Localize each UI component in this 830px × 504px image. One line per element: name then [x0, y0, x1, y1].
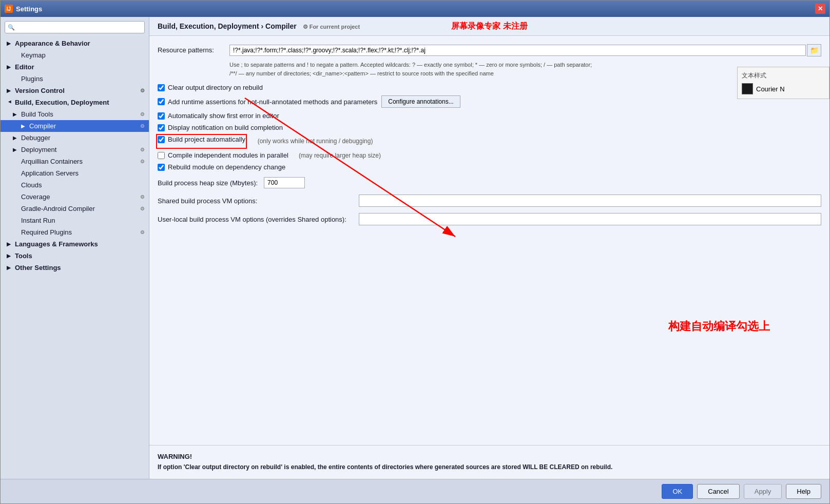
arrow-icon: ▶ — [21, 123, 27, 129]
rebuild-module-checkbox[interactable] — [158, 164, 165, 171]
sidebar-item-arquillian[interactable]: Arquillian Containers ⚙ — [1, 156, 149, 167]
text-style-row: Courier N — [742, 83, 825, 94]
sidebar-item-build-tools[interactable]: ▶ Build Tools ⚙ — [1, 108, 149, 120]
cancel-button[interactable]: Cancel — [697, 484, 739, 499]
settings-icon: ⚙ — [140, 229, 145, 235]
settings-icon: ⚙ — [140, 123, 145, 129]
heap-size-label: Build process heap size (Mbytes): — [158, 179, 258, 187]
search-input[interactable] — [5, 21, 145, 33]
configure-annotations-button[interactable]: Configure annotations... — [381, 95, 460, 108]
settings-icon: ⚙ — [140, 159, 145, 164]
content-body: Resource patterns: 📁 Use ; to separate p… — [149, 36, 829, 479]
sidebar-item-label: Coverage — [21, 193, 50, 201]
checkbox-build-auto: Build project automatically — [158, 135, 245, 143]
compile-parallel-note: (may require larger heap size) — [299, 152, 381, 159]
rebuild-module-label: Rebuild module on dependency change — [168, 163, 285, 171]
display-notification-checkbox[interactable] — [158, 124, 165, 131]
build-auto-wrapper: Build project automatically — [158, 135, 245, 147]
warning-box: WARNING! If option 'Clear output directo… — [149, 445, 829, 479]
hint-line1: Use ; to separate patterns and ! to nega… — [229, 61, 821, 69]
sidebar-item-label: Build, Execution, Deployment — [15, 99, 109, 106]
sidebar-item-gradle-android[interactable]: Gradle-Android Compiler ⚙ — [1, 203, 149, 215]
sidebar-item-deployment[interactable]: ▶ Deployment ⚙ — [1, 144, 149, 156]
sidebar-item-clouds[interactable]: Clouds — [1, 179, 149, 191]
ok-button[interactable]: OK — [662, 484, 693, 499]
sidebar-item-appearance[interactable]: ▶ Appearance & Behavior — [1, 37, 149, 49]
sidebar-item-label: Appearance & Behavior — [15, 40, 90, 47]
sidebar-item-compiler[interactable]: ▶ Compiler ⚙ — [1, 120, 149, 132]
display-notification-label: Display notification on build completion — [168, 124, 283, 131]
show-first-error-checkbox[interactable] — [158, 112, 165, 120]
text-style-title: 文本样式 — [742, 71, 825, 80]
for-project-label: ⚙ For current project — [303, 24, 360, 30]
text-style-panel: 文本样式 Courier N — [737, 67, 829, 99]
warning-text-content: If option 'Clear output directory on reb… — [158, 463, 612, 471]
checkbox-show-first-error: Automatically show first error in editor — [158, 112, 821, 120]
sidebar-item-editor[interactable]: ▶ Editor — [1, 61, 149, 73]
resource-patterns-input[interactable] — [229, 45, 806, 56]
arrow-icon: ▶ — [7, 265, 13, 270]
sidebar-item-app-servers[interactable]: Application Servers — [1, 167, 149, 179]
sidebar-item-required-plugins[interactable]: Required Plugins ⚙ — [1, 226, 149, 238]
font-name: Courier N — [756, 85, 785, 93]
breadcrumb-current: Compiler — [265, 22, 297, 30]
sidebar-item-label: Debugger — [21, 134, 50, 142]
shared-vm-label: Shared build process VM options: — [158, 197, 353, 205]
footer: OK Cancel Apply Help — [1, 479, 829, 503]
arrow-icon: ▶ — [7, 64, 13, 70]
settings-icon: ⚙ — [140, 88, 145, 93]
sidebar-item-label: Arquillian Containers — [21, 158, 83, 165]
sidebar-item-version-control[interactable]: ▶ Version Control ⚙ — [1, 85, 149, 96]
close-button[interactable]: ✕ — [815, 4, 825, 14]
checkbox-compile-parallel: Compile independent modules in parallel … — [158, 151, 821, 159]
clear-output-label: Clear output directory on rebuild — [168, 84, 263, 91]
sidebar-item-label: Compiler — [29, 122, 56, 130]
heap-size-input[interactable] — [264, 177, 305, 188]
sidebar-item-label: Deployment — [21, 146, 56, 153]
sidebar-item-label: Version Control — [15, 87, 65, 94]
sidebar-item-keymap[interactable]: Keymap — [1, 49, 149, 61]
arrow-icon: ▶ — [7, 253, 13, 259]
runtime-assertions-checkbox[interactable] — [158, 98, 165, 105]
hint-line2: /**/ — any number of directories; <dir_n… — [229, 69, 821, 78]
help-button[interactable]: Help — [786, 484, 821, 499]
resource-browse-button[interactable]: 📁 — [807, 44, 821, 56]
breadcrumb-separator: › — [261, 22, 265, 30]
settings-window: IJ Settings ✕ 🔍 ▶ Appearance & Behavior … — [0, 0, 830, 504]
sidebar-item-instant-run[interactable]: Instant Run — [1, 215, 149, 226]
sidebar-item-languages[interactable]: ▶ Languages & Frameworks — [1, 238, 149, 250]
sidebar-item-debugger[interactable]: ▶ Debugger — [1, 132, 149, 144]
apply-button[interactable]: Apply — [744, 484, 782, 499]
checkbox-clear-output: Clear output directory on rebuild — [158, 84, 821, 91]
build-auto-checkbox[interactable] — [158, 136, 165, 143]
show-first-error-label: Automatically show first error in editor — [168, 112, 279, 120]
sidebar-item-tools[interactable]: ▶ Tools — [1, 250, 149, 262]
sidebar-item-build-execution[interactable]: ▼ Build, Execution, Deployment — [1, 96, 149, 108]
settings-icon: ⚙ — [140, 111, 145, 117]
sidebar-item-coverage[interactable]: Coverage ⚙ — [1, 191, 149, 203]
resource-patterns-label: Resource patterns: — [158, 44, 229, 54]
clear-output-checkbox[interactable] — [158, 84, 165, 91]
resource-patterns-row: Resource patterns: 📁 — [158, 44, 821, 56]
shared-vm-row: Shared build process VM options: — [158, 195, 821, 207]
warning-text: If option 'Clear output directory on reb… — [158, 462, 821, 472]
window-title: Settings — [16, 5, 42, 13]
annotation-area: 构建自动编译勾选上 — [158, 231, 821, 334]
color-swatch[interactable] — [742, 83, 753, 94]
sidebar-item-plugins[interactable]: Plugins — [1, 73, 149, 85]
sidebar-item-other-settings[interactable]: ▶ Other Settings — [1, 262, 149, 274]
shared-vm-input[interactable] — [359, 195, 821, 207]
content-panel: 屏幕录像专家 未注册 Build, Execution, Deployment … — [149, 17, 829, 479]
arrow-icon: ▶ — [7, 41, 13, 46]
compile-parallel-label: Compile independent modules in parallel — [168, 151, 288, 159]
sidebar-item-label: Required Plugins — [21, 228, 72, 236]
compile-parallel-checkbox[interactable] — [158, 152, 165, 159]
sidebar-item-label: Instant Run — [21, 217, 55, 224]
sidebar-item-label: Editor — [15, 63, 34, 71]
sidebar-item-label: Other Settings — [15, 264, 61, 272]
sidebar-item-label: Plugins — [21, 75, 43, 83]
app-icon: IJ — [5, 5, 13, 13]
user-vm-input[interactable] — [359, 213, 821, 225]
search-box: 🔍 — [5, 21, 145, 33]
sidebar-item-label: Tools — [15, 252, 32, 260]
